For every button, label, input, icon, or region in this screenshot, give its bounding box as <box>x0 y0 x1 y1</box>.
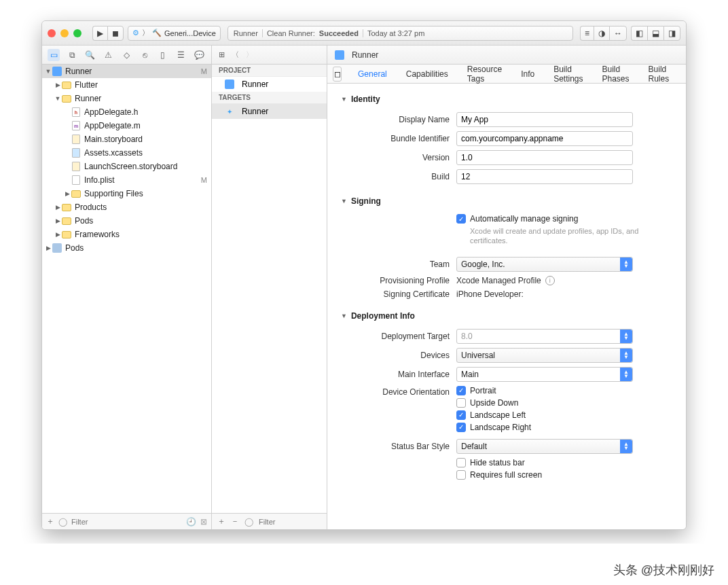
upside-down-checkbox[interactable] <box>456 398 466 408</box>
editor-area: ◻ General Capabilities Resource Tags Inf… <box>327 65 686 529</box>
project-targets-list: PROJECT Runner TARGETS ✦Runner ＋ － ◯ <box>212 65 327 529</box>
bundle-id-input[interactable] <box>456 131 633 146</box>
signing-cert-value: iPhone Developer: <box>456 289 672 299</box>
tree-folder-runner[interactable]: ▼Runner <box>42 92 211 105</box>
status-result: Succeeded <box>319 29 359 37</box>
scheme-text: Generi...Device <box>164 29 216 37</box>
add-button[interactable]: ＋ <box>46 516 54 527</box>
editor-assistant-button[interactable]: ◑ <box>594 26 609 41</box>
info-icon[interactable]: i <box>545 276 555 285</box>
signing-header: Signing <box>351 196 381 206</box>
target-filter-icon: ◯ <box>244 517 253 527</box>
portrait-checkbox[interactable]: ✓ <box>456 386 466 395</box>
tree-file-main-storyboard[interactable]: Main.storyboard <box>42 132 211 146</box>
project-row-runner[interactable]: Runner <box>212 77 327 92</box>
scm-filter-icon[interactable]: ⊠ <box>200 517 207 527</box>
deploy-target-combo[interactable]: 8.0▲▼ <box>456 329 633 344</box>
landscape-right-checkbox[interactable]: ✓ <box>456 423 466 432</box>
editor-standard-button[interactable]: ≡ <box>580 26 594 41</box>
main-interface-label: Main Interface <box>341 370 456 379</box>
report-navigator-icon[interactable]: ☰ <box>175 49 187 61</box>
version-input[interactable] <box>456 150 633 165</box>
filter-icon: ◯ <box>58 517 67 527</box>
hide-status-bar-checkbox[interactable] <box>456 458 466 467</box>
log-navigator-icon[interactable]: 💬 <box>194 49 206 61</box>
activity-status: Runner Clean Runner: Succeeded Today at … <box>228 26 573 41</box>
tree-folder-products[interactable]: ▶Products <box>42 200 211 214</box>
provisioning-profile-label: Provisioning Profile <box>341 276 456 285</box>
close-window-button[interactable] <box>48 29 56 37</box>
tree-folder-flutter[interactable]: ▶Flutter <box>42 78 211 92</box>
tree-folder-frameworks[interactable]: ▶Frameworks <box>42 228 211 241</box>
tab-resource-tags[interactable]: Resource Tags <box>458 65 511 84</box>
tree-folder-pods[interactable]: ▶Pods <box>42 214 211 228</box>
project-navigator-icon[interactable]: ▭ <box>48 49 60 61</box>
build-label: Build <box>341 172 456 181</box>
recent-filter-icon[interactable]: 🕘 <box>186 517 196 527</box>
editor-tabs: ◻ General Capabilities Resource Tags Inf… <box>327 65 686 84</box>
tree-project-pods[interactable]: ▶Pods <box>42 241 211 255</box>
tree-root-runner[interactable]: ▼ RunnerM <box>42 65 211 78</box>
target-row-runner[interactable]: ✦Runner <box>212 104 327 119</box>
team-label: Team <box>341 260 456 269</box>
nav-back-icon[interactable]: 〈 <box>232 50 239 60</box>
status-action: Clean Runner: <box>267 29 315 37</box>
landscape-left-checkbox[interactable]: ✓ <box>456 410 466 420</box>
stop-button[interactable]: ◼ <box>107 26 124 41</box>
flutter-target-icon: ✦ <box>224 106 235 117</box>
editor-version-button[interactable]: ↔ <box>609 26 627 41</box>
orientation-label: Device Orientation <box>341 386 456 397</box>
targets-header: TARGETS <box>212 92 327 104</box>
tree-file-launchscreen[interactable]: LaunchScreen.storyboard <box>42 160 211 173</box>
status-bar-select[interactable]: Default▲▼ <box>456 439 633 454</box>
xcode-window: ▶ ◼ ⚙ 〉 🔨 Generi...Device Runner Clean R… <box>41 20 687 530</box>
breadcrumb-file[interactable]: Runner <box>352 50 378 60</box>
tree-file-info-plist[interactable]: Info.plist M <box>42 173 211 187</box>
related-items-icon[interactable]: ⊞ <box>219 50 225 59</box>
devices-select[interactable]: Universal▲▼ <box>456 348 633 363</box>
deployment-header: Deployment Info <box>351 311 415 321</box>
toggle-left-panel-button[interactable]: ◧ <box>631 26 647 41</box>
nav-forward-icon[interactable]: 〉 <box>246 50 253 60</box>
project-file-icon <box>334 50 345 60</box>
build-input[interactable] <box>456 169 633 184</box>
minimize-window-button[interactable] <box>60 29 69 37</box>
requires-full-screen-checkbox[interactable] <box>456 470 466 480</box>
tree-folder-supporting[interactable]: ▶Supporting Files <box>42 187 211 200</box>
debug-navigator-icon[interactable]: ⎋ <box>139 49 151 61</box>
tree-file-appdelegate-h[interactable]: hAppDelegate.h <box>42 105 211 119</box>
tree-file-appdelegate-m[interactable]: mAppDelegate.m <box>42 119 211 132</box>
tab-general[interactable]: General <box>348 65 397 84</box>
auto-signing-checkbox[interactable]: ✓ <box>456 214 466 224</box>
flutter-icon: ⚙ <box>132 29 139 37</box>
symbol-navigator-icon[interactable]: 🔍 <box>84 49 96 61</box>
navigator-bar: ▭ ⧉ 🔍 ⚠ ◇ ⎋ ▯ ☰ 💬 ⊞ 〈 〉 Runner <box>42 46 686 65</box>
signing-cert-label: Signing Certificate <box>341 289 456 299</box>
status-bar-label: Status Bar Style <box>341 442 456 451</box>
status-time: Today at 3:27 pm <box>367 29 424 37</box>
breakpoint-navigator-icon[interactable]: ▯ <box>157 49 169 61</box>
tab-build-phases[interactable]: Build Phases <box>593 65 639 84</box>
tab-build-rules[interactable]: Build Rules <box>639 65 680 84</box>
auto-signing-subtext: Xcode will create and update profiles, a… <box>470 226 660 246</box>
source-control-navigator-icon[interactable]: ⧉ <box>66 49 78 61</box>
test-navigator-icon[interactable]: ◇ <box>120 49 132 61</box>
navigator-filter-input[interactable] <box>71 518 182 526</box>
toggle-right-panel-button[interactable]: ◨ <box>663 26 680 41</box>
tab-build-settings[interactable]: Build Settings <box>544 65 592 84</box>
tab-capabilities[interactable]: Capabilities <box>397 65 458 84</box>
toggle-bottom-panel-button[interactable]: ⬓ <box>647 26 663 41</box>
scheme-selector[interactable]: ⚙ 〉 🔨 Generi...Device <box>128 26 221 41</box>
team-select[interactable]: Google, Inc.▲▼ <box>456 257 633 272</box>
add-target-button[interactable]: ＋ <box>217 516 225 527</box>
zoom-window-button[interactable] <box>73 29 81 37</box>
project-icon-button[interactable]: ◻ <box>333 67 342 82</box>
find-navigator-icon[interactable]: ⚠ <box>103 49 115 61</box>
tree-file-assets[interactable]: Assets.xcassets <box>42 146 211 160</box>
identity-header: Identity <box>351 94 380 104</box>
tab-info[interactable]: Info <box>511 65 544 84</box>
main-interface-combo[interactable]: Main▲▼ <box>456 367 633 382</box>
remove-target-button[interactable]: － <box>231 516 239 527</box>
display-name-input[interactable] <box>456 112 633 127</box>
run-button[interactable]: ▶ <box>92 26 107 41</box>
